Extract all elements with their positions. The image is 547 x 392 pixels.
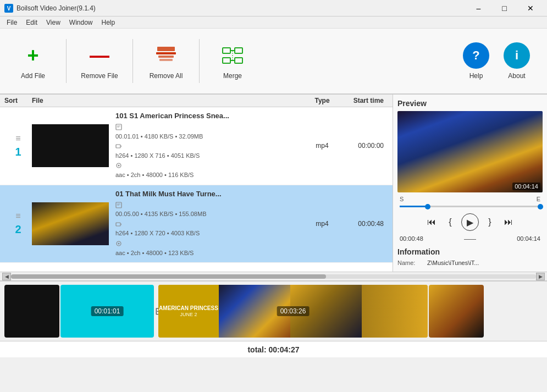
window-controls: – □ ✕	[466, 0, 543, 16]
information-title: Information	[397, 247, 543, 256]
svg-rect-2	[157, 47, 175, 51]
minimize-button[interactable]: –	[466, 0, 491, 16]
meta-audio-1: aac • 2ch • 48000 • 116 KB/S	[115, 161, 306, 180]
menu-window[interactable]: Window	[65, 18, 97, 27]
timeline-clip-1-cyan[interactable]: 00:01:01	[60, 285, 154, 338]
timeline-clip-1-dark[interactable]	[4, 285, 59, 338]
file-list: Sort File Type Start time ≡ 1 101 S1 Ame…	[0, 95, 393, 272]
remove-icon: —	[86, 42, 113, 69]
svg-rect-3	[156, 52, 176, 54]
clip-poster-sub: JUNE 2	[180, 312, 197, 317]
menu-file[interactable]: File	[2, 18, 21, 27]
time-start: 00:00:48	[400, 235, 423, 242]
slider-s-label: S	[400, 196, 404, 202]
menu-help[interactable]: Help	[97, 18, 120, 27]
help-icon: ?	[463, 42, 489, 69]
row-meta-1: 00.01.01 • 4180 KB/S • 32.09MB h264 • 12…	[115, 122, 306, 180]
drag-handle-icon: ≡	[15, 134, 20, 143]
scroll-right-button[interactable]: ▶	[536, 273, 545, 280]
about-icon: i	[504, 42, 530, 69]
merge-button[interactable]: Merge	[211, 42, 255, 80]
maximize-button[interactable]: □	[492, 0, 517, 16]
app-icon: V	[4, 4, 13, 13]
preview-slider[interactable]	[400, 203, 540, 209]
time-end: 00:04:14	[517, 235, 540, 242]
menu-view[interactable]: View	[42, 18, 65, 27]
row-number-2: 2	[15, 223, 21, 236]
preview-panel: Preview 00:04:14 S E	[393, 95, 547, 272]
scrollbar-track[interactable]	[11, 274, 536, 279]
clip-poster: AMERICAN PRINCESS JUNE 2	[158, 285, 219, 338]
slider-thumb-end[interactable]	[538, 204, 543, 209]
information-section: Information Name: Z\Music\iTunes\iT...	[397, 247, 543, 267]
toolbar-separator-2	[132, 39, 133, 83]
remove-file-button[interactable]: — Remove File	[78, 42, 121, 80]
preview-slider-container: S E	[397, 196, 543, 209]
row-starttime-1: 00:00:00	[339, 142, 388, 150]
svg-point-26	[118, 243, 120, 245]
merge-label: Merge	[223, 72, 242, 80]
timeline: 00:01:01 ⊞ AMERICAN PRINCESS JUNE 2	[0, 280, 547, 341]
svg-rect-4	[158, 56, 174, 58]
remove-file-label: Remove File	[81, 72, 118, 80]
play-button[interactable]: ▶	[461, 213, 479, 231]
set-end-button[interactable]: }	[482, 214, 498, 230]
svg-marker-24	[121, 223, 121, 225]
row-number-1: 1	[15, 146, 21, 158]
help-about-group: ? Help i About	[457, 42, 536, 80]
about-button[interactable]: i About	[498, 42, 536, 80]
menu-edit[interactable]: Edit	[21, 18, 42, 27]
meta-file-2: 00.05.00 • 4135 KB/S • 155.08MB	[115, 200, 306, 219]
clip-poster-title: AMERICAN PRINCESS	[159, 305, 218, 312]
svg-rect-9	[235, 58, 242, 63]
preview-time-overlay: 00:04:14	[512, 183, 540, 190]
header-type: Type	[306, 97, 339, 104]
add-file-label: Add File	[21, 72, 45, 80]
toolbar-separator-1	[66, 39, 67, 83]
thumbnail-1	[32, 124, 109, 167]
slider-labels: S E	[400, 196, 540, 202]
svg-marker-17	[121, 145, 121, 147]
svg-rect-23	[116, 223, 120, 226]
title-bar: V Boilsoft Video Joiner(9.1.4) – □ ✕	[0, 0, 547, 16]
info-name-row: Name: Z\Music\iTunes\iT...	[397, 258, 543, 267]
row-sort-1: ≡ 1	[4, 134, 32, 158]
transport-controls: ⏮ { ▶ } ⏭	[397, 212, 543, 232]
header-start-time: Start time	[339, 97, 388, 104]
skip-to-start-button[interactable]: ⏮	[424, 214, 439, 230]
scrollbar-thumb[interactable]	[11, 274, 326, 279]
total-label: total: 00:04:27	[247, 345, 299, 354]
preview-title: Preview	[397, 99, 543, 108]
slider-fill	[400, 206, 428, 207]
timeline-clip-2-gold[interactable]: AMERICAN PRINCESS JUNE 2 00:03:26	[158, 285, 428, 338]
meta-file-1: 00.01.01 • 4180 KB/S • 32.09MB	[115, 122, 306, 141]
svg-rect-7	[235, 48, 242, 53]
add-file-button[interactable]: + Add File	[11, 42, 55, 80]
row-title-2: 01 That Milk Must Have Turne...	[115, 190, 306, 198]
row-starttime-2: 00:00:48	[339, 220, 388, 228]
file-list-header: Sort File Type Start time	[0, 95, 393, 107]
row-meta-2: 00.05.00 • 4135 KB/S • 155.08MB h264 • 1…	[115, 200, 306, 258]
main-area: Sort File Type Start time ≡ 1 101 S1 Ame…	[0, 95, 547, 357]
row-title-1: 101 S1 American Princess Snea...	[115, 112, 306, 120]
table-row[interactable]: ≡ 1 101 S1 American Princess Snea... 00.…	[0, 107, 393, 185]
time-separator: ——	[464, 235, 476, 242]
svg-point-19	[118, 165, 120, 167]
header-file: File	[32, 97, 306, 104]
set-start-button[interactable]: {	[443, 214, 458, 230]
svg-rect-16	[116, 145, 120, 148]
total-bar: total: 00:04:27	[0, 341, 547, 357]
row-type-2: mp4	[306, 220, 339, 228]
scroll-left-button[interactable]: ◀	[2, 273, 11, 280]
row-info-1: 101 S1 American Princess Snea... 00.01.0…	[115, 112, 306, 180]
timeline-clip-3-dark[interactable]	[429, 285, 484, 338]
table-row[interactable]: ≡ 2 01 That Milk Must Have Turne... 00.0…	[0, 185, 393, 263]
clip-2-time-label: 00:03:26	[277, 306, 310, 316]
close-button[interactable]: ✕	[518, 0, 543, 16]
skip-to-end-button[interactable]: ⏭	[501, 214, 516, 230]
slider-thumb-start[interactable]	[425, 204, 430, 209]
remove-all-button[interactable]: Remove All	[144, 42, 188, 80]
help-button[interactable]: ? Help	[457, 42, 495, 80]
merge-icon	[219, 42, 246, 69]
about-label: About	[508, 72, 525, 80]
